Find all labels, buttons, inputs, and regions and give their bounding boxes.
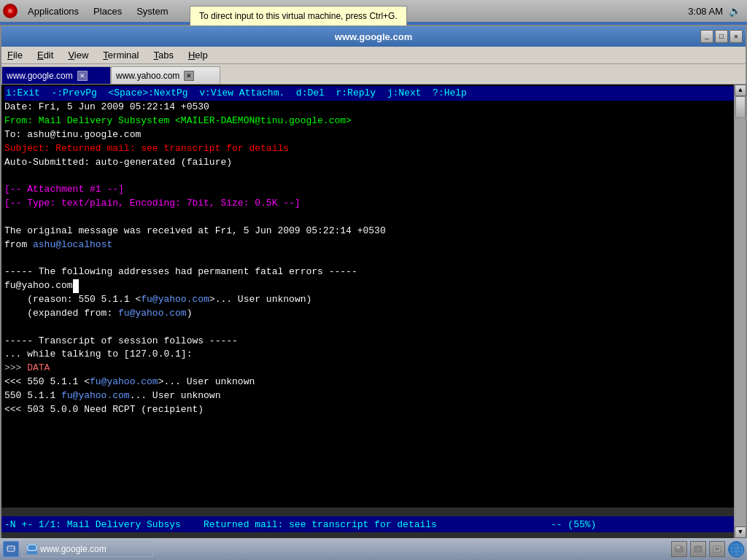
taskbar-icon-2 xyxy=(694,545,703,553)
email-talking: ... while talking to [127.0.0.1]: xyxy=(4,348,743,362)
bottom-statusbar: -N +- 1/1: Mail Delivery Subsys Returned… xyxy=(1,516,738,532)
email-to: To: ashu@tinu.google.com xyxy=(4,128,743,142)
tabs-bar: www.google.com ✕ www.yahoo.com ✕ xyxy=(1,64,746,85)
menu-view[interactable]: View xyxy=(65,50,91,61)
tab-google-label: www.google.com xyxy=(7,71,73,81)
bottom-status-text: -N +- 1/1: Mail Delivery Subsys Returned… xyxy=(4,519,596,530)
svg-rect-5 xyxy=(27,544,37,554)
menu-edit[interactable]: Edit xyxy=(34,50,56,61)
email-blank2 xyxy=(4,211,743,225)
expanded-link: fu@yahoo.com xyxy=(118,308,187,319)
places-menu[interactable]: Places xyxy=(88,4,128,18)
tab-google[interactable]: www.google.com ✕ xyxy=(1,66,111,84)
email-blank1 xyxy=(4,169,743,183)
scroll-down-button[interactable]: ▼ xyxy=(735,526,746,538)
email-resp2: 550 5.1.1 fu@yahoo.com... User unknown xyxy=(4,389,743,403)
resp2-link: fu@yahoo.com xyxy=(61,390,130,401)
taskbar-btn-3[interactable] xyxy=(709,541,725,557)
email-original2: from ashu@localhost xyxy=(4,238,743,252)
terminal-controls: _ □ ✕ xyxy=(700,30,743,43)
minimize-button[interactable]: _ xyxy=(700,30,713,43)
fu-address-line: fu@yahoo.com xyxy=(4,279,743,293)
scroll-thumb[interactable] xyxy=(735,96,746,118)
taskbar-icon-3 xyxy=(713,545,721,553)
close-button[interactable]: ✕ xyxy=(729,30,743,43)
terminal-title: www.google.com xyxy=(335,31,412,42)
tooltip-overlay: To direct input to this virtual machine,… xyxy=(190,6,407,26)
menu-tabs[interactable]: Tabs xyxy=(150,50,176,61)
taskbar-window-label: www.google.com xyxy=(40,544,107,554)
terminal-content[interactable]: i:Exit -:PrevPg <Space>:NextPg v:View At… xyxy=(1,85,746,508)
volume-icon[interactable]: 🔊 xyxy=(729,5,741,17)
email-attachment1: [-- Attachment #1 --] xyxy=(4,183,743,197)
email-blank3 xyxy=(4,252,743,265)
taskbar-icon[interactable] xyxy=(3,541,19,557)
svg-rect-9 xyxy=(694,546,702,552)
taskbar: www.google.com xyxy=(0,538,747,560)
system-menu[interactable]: System xyxy=(131,4,174,18)
email-from: From: Mail Delivery Subsystem <MAILER-DA… xyxy=(4,114,743,128)
cursor xyxy=(73,279,79,293)
taskbar-globe-icon[interactable] xyxy=(728,541,744,557)
tooltip-text: To direct input to this virtual machine,… xyxy=(199,11,398,21)
reason-link: fu@yahoo.com xyxy=(141,294,209,305)
taskbar-btn-2[interactable] xyxy=(690,541,706,557)
taskbar-window-button[interactable]: www.google.com xyxy=(22,541,153,557)
scroll-track xyxy=(735,96,746,526)
email-expanded: (expanded from: fu@yahoo.com) xyxy=(4,307,743,321)
menu-file[interactable]: File xyxy=(4,50,26,61)
taskbar-icon-1 xyxy=(675,545,684,553)
fedora-logo-icon[interactable] xyxy=(3,4,18,18)
menu-help[interactable]: Help xyxy=(185,50,211,61)
terminal-titlebar: www.google.com _ □ ✕ xyxy=(1,26,746,47)
from-link: ashu@localhost xyxy=(33,239,112,250)
data-cmd-text: DATA xyxy=(27,362,50,373)
system-time: 3:08 AM xyxy=(688,6,723,17)
email-blank4 xyxy=(4,321,743,335)
tab-google-close[interactable]: ✕ xyxy=(77,71,88,81)
email-reason: (reason: 550 5.1.1 <fu@yahoo.com>... Use… xyxy=(4,293,743,307)
terminal-window: www.google.com _ □ ✕ File Edit View Term… xyxy=(0,25,747,556)
resp1-link: fu@yahoo.com xyxy=(90,376,158,387)
email-subject: Subject: Returned mail: see transcript f… xyxy=(4,142,743,156)
fu-address-selected: fu@yahoo.com xyxy=(4,279,73,293)
scrollbar[interactable]: ▲ ▼ xyxy=(734,85,746,538)
svg-rect-8 xyxy=(676,545,681,549)
email-transcript: ----- Transcript of session follows ----… xyxy=(4,335,743,349)
taskbar-window-icon xyxy=(27,544,37,554)
tab-yahoo-label: www.yahoo.com xyxy=(116,71,179,81)
email-data-cmd: >>> DATA xyxy=(4,362,743,376)
tab-yahoo[interactable]: www.yahoo.com ✕ xyxy=(111,66,220,84)
email-date: Date: Fri, 5 Jun 2009 05:22:14 +0530 xyxy=(4,101,743,114)
email-resp3: <<< 503 5.0.0 Need RCPT (recipient) xyxy=(4,403,743,417)
topbar-left: Applications Places System xyxy=(3,4,174,18)
menu-terminal[interactable]: Terminal xyxy=(100,50,142,61)
taskbar-right xyxy=(671,541,744,557)
email-resp1: <<< 550 5.1.1 <fu@yahoo.com>... User unk… xyxy=(4,376,743,389)
terminal-menubar: File Edit View Terminal Tabs Help xyxy=(1,47,746,64)
svg-rect-10 xyxy=(713,546,721,552)
tab-yahoo-close[interactable]: ✕ xyxy=(184,71,194,81)
topbar-right: 3:08 AM 🔊 xyxy=(688,0,741,22)
taskbar-btn-1[interactable] xyxy=(671,541,687,557)
email-status-line: i:Exit -:PrevPg <Space>:NextPg v:View At… xyxy=(4,86,743,101)
scroll-up-button[interactable]: ▲ xyxy=(735,85,746,96)
email-fatal: ----- The following addresses had perman… xyxy=(4,265,743,279)
maximize-button[interactable]: □ xyxy=(715,30,728,43)
email-attachment2: [-- Type: text/plain, Encoding: 7bit, Si… xyxy=(4,197,743,211)
svg-point-1 xyxy=(8,9,12,13)
applications-menu[interactable]: Applications xyxy=(22,4,85,18)
email-original1: The original message was received at Fri… xyxy=(4,225,743,238)
email-auto-submitted: Auto-Submitted: auto-generated (failure) xyxy=(4,156,743,170)
